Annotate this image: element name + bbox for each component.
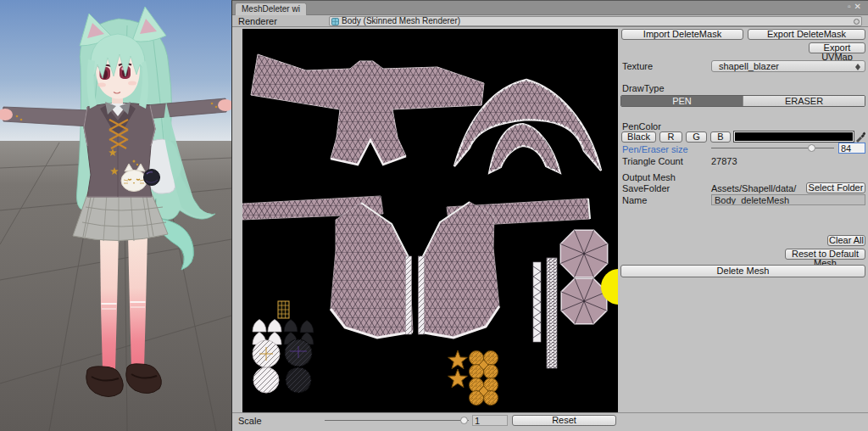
pen-size-slider[interactable] [711, 143, 834, 154]
uv-piece-gold-ornaments [448, 350, 498, 406]
close-icon[interactable]: ✕ [854, 2, 865, 11]
export-deletemask-button[interactable]: Export DeleteMask [748, 29, 865, 40]
eyedropper-icon[interactable] [855, 130, 865, 143]
control-panel: Import DeleteMask Export DeleteMask Expo… [620, 29, 865, 412]
drawtype-toggle: PEN ERASER [620, 95, 865, 107]
pen-size-field[interactable] [838, 143, 865, 154]
reset-default-mesh-button[interactable]: Reset to Default Mesh [785, 249, 865, 260]
export-uvmap-button[interactable]: Export UVMap [809, 42, 865, 53]
uvmap-canvas[interactable] [242, 29, 618, 412]
uv-piece-accessories [253, 301, 314, 393]
uv-piece-buttons [560, 230, 607, 324]
color-black-button[interactable]: Black [621, 132, 656, 143]
color-b-button[interactable]: B [710, 132, 731, 143]
scale-slider-thumb[interactable] [460, 417, 468, 424]
scale-reset-button[interactable]: Reset [512, 415, 616, 426]
uv-piece-jacket-top [251, 54, 484, 165]
uv-piece-strips [533, 258, 557, 368]
screenshot-root: MeshDeleter wi ▫✕ Renderer Body (Skinned… [0, 0, 868, 431]
uv-piece-vest-right [419, 202, 499, 338]
window-titlebar: MeshDeleter wi ▫✕ [232, 1, 868, 15]
renderer-row: Renderer Body (Skinned Mesh Renderer) [232, 15, 868, 27]
pen-color-swatch[interactable] [734, 132, 854, 142]
uvmap-drawing [242, 29, 618, 412]
meshdeleter-window: MeshDeleter wi ▫✕ Renderer Body (Skinned… [231, 0, 868, 431]
texture-dropdown[interactable]: shapell_blazer [711, 60, 865, 72]
scale-field[interactable] [472, 415, 508, 426]
uv-piece-sleeve-bands [242, 196, 590, 227]
pen-size-slider-thumb[interactable] [808, 144, 815, 152]
cat-face-pouch [121, 171, 147, 192]
savefolder-value: Assets/Shapell/data/ [711, 183, 796, 193]
name-label: Name [622, 195, 647, 205]
maximize-icon[interactable]: ▫ [848, 2, 854, 11]
savefolder-label: SaveFolder [622, 183, 670, 193]
scale-row: Scale Reset [232, 412, 868, 431]
delete-mesh-button[interactable]: Delete Mesh [620, 265, 865, 277]
object-picker-icon[interactable] [854, 19, 860, 25]
dropdown-arrow-icon [855, 64, 861, 70]
texture-label: Texture [622, 61, 653, 71]
scale-slider[interactable] [325, 415, 469, 426]
uv-piece-vest-left [331, 203, 413, 338]
scene-view-3d-character[interactable] [0, 0, 231, 431]
scale-label: Scale [238, 416, 262, 426]
triangle-count-value: 27873 [711, 156, 737, 166]
tab-meshdeleter[interactable]: MeshDeleter wi [235, 3, 307, 15]
drawtype-label: DrawType [622, 83, 665, 93]
select-folder-button[interactable]: Select Folder [806, 182, 865, 193]
triangle-count-label: Triangle Count [622, 156, 683, 166]
output-mesh-label: Output Mesh [622, 172, 676, 182]
clear-all-button[interactable]: Clear All [827, 235, 865, 246]
eraser-toggle[interactable]: ERASER [743, 96, 865, 106]
color-g-button[interactable]: G [686, 132, 707, 143]
name-field[interactable] [711, 194, 865, 205]
character-illustration [0, 0, 231, 431]
pen-size-label: Pen/Eraser size [622, 144, 688, 154]
import-deletemask-button[interactable]: Import DeleteMask [621, 29, 743, 40]
renderer-object-field[interactable]: Body (Skinned Mesh Renderer) [329, 16, 862, 26]
mesh-icon [331, 18, 339, 25]
color-r-button[interactable]: R [659, 132, 682, 143]
pen-toggle[interactable]: PEN [621, 96, 743, 106]
renderer-label: Renderer [238, 15, 277, 27]
pencolor-label: PenColor [622, 121, 661, 132]
